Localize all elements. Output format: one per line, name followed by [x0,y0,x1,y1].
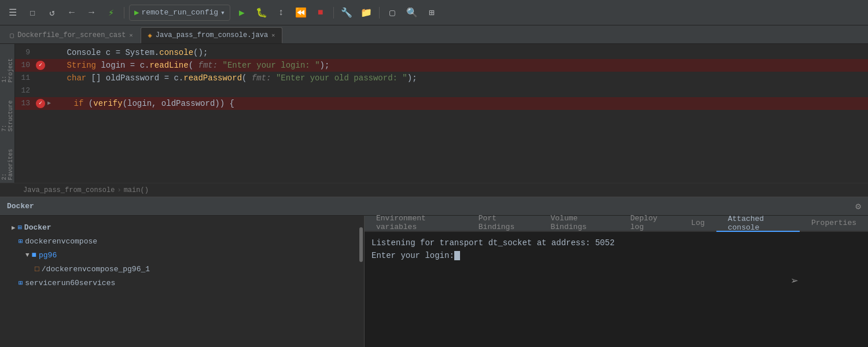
java-icon: ◈ [148,31,152,40]
editor-tabs: ▢ Dockerfile_for_screen_cast ✕ ◈ Java_pa… [0,25,868,44]
pg96-label: pg96 [39,251,57,260]
docker-root-label: Docker [24,223,52,232]
docker-tree-root[interactable]: ▶ ⊞ Docker [0,220,364,234]
code-line-10: 10 String login = c.readLine( fmt: "Ente… [15,59,868,72]
back-icon[interactable]: ← [64,5,80,21]
code-line-12: 12 [15,84,868,97]
line-num-11: 11 [15,72,36,84]
console-text-1: Listening for transport dt_socket at add… [372,238,615,248]
layout-icon[interactable]: ⊞ [424,5,440,21]
code-text-13: if (verify(login, oldPassword)) { [54,97,234,110]
docker-tree-pg96[interactable]: ▼ ■ pg96 [0,248,364,262]
docker-tabs: Environment variables Port Bindings Volu… [365,216,868,232]
docker-panel: Docker ⚙ ▶ ⊞ Docker ⊞ dockerenvcompose ▼ [0,197,868,347]
docker-tab-env-vars[interactable]: Environment variables [365,215,467,231]
save-icon[interactable]: ☐ [24,5,41,21]
tab-dockerfile-close[interactable]: ✕ [129,32,133,39]
forward-icon[interactable]: → [83,5,100,21]
dockerfile-icon: ▢ [10,31,14,40]
tab-java-label: Java_pass_from_console.java [156,31,268,39]
container-icon: □ [35,265,39,274]
run-config-button[interactable]: ▶ remote_run_config ▾ [129,5,230,21]
breadcrumb-class[interactable]: Java_pass_from_console [23,186,115,194]
stop-icon[interactable]: ■ [312,5,329,21]
code-line-9: 9 Console c = System.console(); [15,46,868,59]
dropdown-arrow: ▾ [220,8,225,17]
docker-tree-container[interactable]: □ /dockerenvcompose_pg96_1 [0,262,364,276]
line-num-9: 9 [15,46,36,59]
docker-header: Docker ⚙ [0,197,868,216]
line-num-12: 12 [15,84,36,97]
fold-arrow-13[interactable]: ▶ [47,97,54,110]
arrow-pg96: ▼ [25,252,30,259]
code-text-10: String login = c.readLine( fmt: "Enter y… [47,59,329,72]
run-config-label: remote_run_config [141,8,218,17]
console-text-2: Enter your login: [372,251,454,260]
coverage-icon[interactable]: ↕ [273,5,289,21]
servicerun-icon: ⊞ [19,279,23,287]
cursor-block [454,251,460,260]
code-editor[interactable]: 9 Console c = System.console(); 10 Strin… [15,44,868,183]
tab-dockerfile-label: Dockerfile_for_screen_cast [17,31,126,39]
docker-body: ▶ ⊞ Docker ⊞ dockerenvcompose ▼ ■ pg96 □ [0,216,868,347]
refresh-icon[interactable]: ↺ [44,5,60,21]
code-line-11: 11 char [] oldPassword = c.readPassword(… [15,72,868,84]
terminal-icon[interactable]: ▢ [384,5,400,21]
docker-tab-log[interactable]: Log [679,215,716,231]
folder-icon[interactable]: 📁 [358,5,374,21]
wrench-icon[interactable]: 🔧 [339,5,355,21]
servicerun-label: servicerun60services [25,279,115,287]
favorites-panel-label[interactable]: 2: Favorites [1,137,14,183]
docker-tree-dockerenvcompose[interactable]: ⊞ dockerenvcompose [0,234,364,248]
docker-tab-attached-console[interactable]: Attached console [716,216,800,232]
arrow-0: ▶ [12,224,16,231]
dockerenvcompose-icon: ⊞ [19,237,23,246]
code-text-12 [47,84,52,97]
main-editor-content: 1: Project 7: Structure 2: Favorites 9 C… [0,44,868,183]
docker-console[interactable]: Listening for transport dt_socket at add… [365,232,868,347]
toolbar: ☰ ☐ ↺ ← → ⚡ ▶ remote_run_config ▾ ▶ 🐛 ↕ … [0,0,868,25]
tab-dockerfile[interactable]: ▢ Dockerfile_for_screen_cast ✕ [2,27,141,43]
docker-tree: ▶ ⊞ Docker ⊞ dockerenvcompose ▼ ■ pg96 □ [0,216,365,347]
docker-panel-title: Docker [7,202,34,211]
code-text-11: char [] oldPassword = c.readPassword( fm… [47,72,417,84]
lightning-icon[interactable]: ⚡ [103,5,119,21]
tab-java[interactable]: ◈ Java_pass_from_console.java ✕ [141,27,283,43]
docker-tab-properties[interactable]: Properties [800,215,868,231]
breakpoint-10[interactable] [36,61,45,70]
docker-settings-icon[interactable]: ⚙ [855,201,861,212]
tab-java-close[interactable]: ✕ [271,32,275,39]
left-gutter: 1: Project 7: Structure 2: Favorites [0,44,15,183]
editor-area: ▢ Dockerfile_for_screen_cast ✕ ◈ Java_pa… [0,25,868,197]
container-label: /dockerenvcompose_pg96_1 [42,265,150,274]
breadcrumb: Java_pass_from_console › main() [0,183,868,197]
code-line-13: 13 ▶ if (verify(login, oldPassword)) { [15,97,868,110]
breadcrumb-method[interactable]: main() [124,186,149,194]
docker-tab-volume-bindings[interactable]: Volume Bindings [539,215,619,231]
breadcrumb-sep: › [117,186,121,194]
line-num-10: 10 [15,59,36,72]
run-config-icon: ▶ [134,8,139,17]
sep1 [124,7,124,19]
search-icon[interactable]: 🔍 [404,5,420,21]
project-panel-label[interactable]: 1: Project [1,46,14,85]
docker-tab-port-bindings[interactable]: Port Bindings [467,215,539,231]
step-back-icon[interactable]: ⏪ [293,5,309,21]
pg96-icon: ■ [32,250,36,260]
debug-icon[interactable]: 🐛 [253,5,270,21]
docker-tree-servicerun[interactable]: ⊞ servicerun60services [0,276,364,290]
docker-tab-deploy-log[interactable]: Deploy log [619,215,679,231]
console-line-2: Enter your login: [372,249,861,262]
breakpoint-13[interactable] [36,99,45,108]
structure-panel-label[interactable]: 7: Structure [1,88,14,134]
mouse-cursor-indicator: ➢ [791,274,799,289]
docker-right-panel: Environment variables Port Bindings Volu… [365,216,868,347]
line-num-13: 13 [15,97,36,110]
docker-root-icon: ⊞ [18,223,22,232]
code-text-9: Console c = System.console(); [47,46,208,59]
sep2 [333,7,334,19]
tree-scrollbar[interactable] [359,227,363,262]
menu-icon[interactable]: ☰ [5,5,21,21]
console-line-1: Listening for transport dt_socket at add… [372,237,861,249]
play-icon[interactable]: ▶ [234,5,250,21]
